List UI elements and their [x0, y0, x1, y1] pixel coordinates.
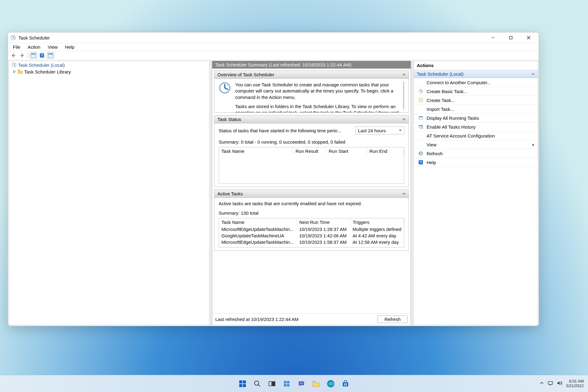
- svg-rect-33: [419, 125, 423, 126]
- svg-text:?: ?: [420, 160, 422, 164]
- svg-line-42: [258, 385, 260, 386]
- taskbar-clock[interactable]: 8:01 AM 3/21/2022: [566, 379, 584, 388]
- show-hide-tree-button[interactable]: [30, 52, 37, 59]
- svg-rect-40: [243, 384, 246, 387]
- back-button[interactable]: [10, 52, 17, 59]
- blank-icon: [418, 133, 424, 138]
- table-row[interactable]: MicrosoftEdgeUpdateTaskMachin...10/19/20…: [219, 226, 404, 232]
- col-triggers[interactable]: Triggers: [350, 218, 404, 226]
- svg-rect-38: [243, 380, 246, 383]
- widgets-icon[interactable]: [281, 379, 292, 389]
- help-button[interactable]: ?: [38, 52, 46, 59]
- table-row[interactable]: MicrosoftEdgeUpdateTaskMachin...10/19/20…: [219, 239, 404, 245]
- refresh-icon: [418, 151, 424, 156]
- summary-footer: Last refreshed at 10/19/2023 1:22:44 AM …: [212, 313, 411, 325]
- menu-file[interactable]: File: [9, 44, 24, 50]
- collapse-icon[interactable]: [532, 71, 535, 77]
- chevron-right-icon: [532, 142, 535, 147]
- col-task-name[interactable]: Task Name: [219, 218, 297, 226]
- svg-rect-47: [284, 384, 286, 386]
- action-create-task[interactable]: Create Task...: [414, 96, 538, 105]
- overview-header[interactable]: Overview of Task Scheduler: [214, 71, 409, 79]
- col-run-start[interactable]: Run Start: [326, 147, 367, 155]
- action-refresh[interactable]: Refresh: [414, 149, 538, 158]
- active-tasks-table[interactable]: Task Name Next Run Time Triggers Microso…: [219, 218, 404, 247]
- action-create-basic-task[interactable]: Create Basic Task...: [414, 87, 538, 96]
- action-label: Refresh: [427, 151, 443, 156]
- menu-help[interactable]: Help: [61, 44, 78, 50]
- summary-heading: Task Scheduler Summary (Last refreshed: …: [212, 61, 411, 69]
- col-run-result[interactable]: Run Result: [293, 147, 326, 155]
- action-label: Enable All Tasks History: [427, 124, 476, 130]
- edge-icon[interactable]: [326, 379, 336, 389]
- action-label: Help: [427, 160, 436, 165]
- col-task-name[interactable]: Task Name: [219, 147, 293, 155]
- collapse-icon[interactable]: [402, 191, 405, 196]
- action-import-task[interactable]: Import Task...: [414, 105, 538, 114]
- taskbar[interactable]: 8:01 AM 3/21/2022: [0, 375, 588, 392]
- file-explorer-icon[interactable]: [311, 379, 321, 389]
- svg-point-50: [300, 383, 301, 383]
- system-tray[interactable]: 8:01 AM 3/21/2022: [540, 375, 584, 392]
- status-range-select[interactable]: Last 24 hours: [355, 126, 404, 134]
- action-connect-to-another-computer[interactable]: Connect to Another Computer...: [414, 78, 538, 87]
- splitter[interactable]: [411, 60, 413, 326]
- navigation-tree[interactable]: Task Scheduler (Local) Task Scheduler Li…: [9, 61, 209, 325]
- titlebar[interactable]: Task Scheduler: [8, 32, 539, 43]
- active-tasks-desc: Active tasks are tasks that are currentl…: [219, 201, 404, 206]
- refresh-button[interactable]: Refresh: [377, 315, 408, 323]
- forward-button[interactable]: [18, 52, 26, 59]
- svg-rect-44: [272, 382, 275, 386]
- store-icon[interactable]: [340, 379, 351, 389]
- tree-library[interactable]: Task Scheduler Library: [10, 68, 209, 75]
- col-run-end[interactable]: Run End: [367, 147, 404, 155]
- svg-rect-46: [287, 381, 289, 383]
- expand-icon[interactable]: [11, 70, 17, 73]
- action-display-all-running-tasks[interactable]: Display All Running Tasks: [414, 114, 538, 123]
- menu-view[interactable]: View: [44, 44, 61, 50]
- svg-rect-10: [31, 54, 36, 55]
- actions-subheading[interactable]: Task Scheduler (Local): [414, 70, 538, 78]
- collapse-icon[interactable]: [402, 117, 405, 122]
- action-at-service-account-configuration[interactable]: AT Service Account Configuration: [414, 131, 538, 140]
- action-enable-all-tasks-history[interactable]: Enable All Tasks History: [414, 123, 538, 131]
- action-label: Create Basic Task...: [427, 89, 467, 94]
- col-next-run-time[interactable]: Next Run Time: [297, 218, 350, 226]
- active-tasks-header[interactable]: Active Tasks: [214, 190, 409, 198]
- menu-action[interactable]: Action: [24, 44, 44, 50]
- window-title: Task Scheduler: [18, 35, 50, 40]
- active-tasks-title: Active Tasks: [217, 191, 243, 196]
- action-help[interactable]: ?Help: [414, 158, 538, 167]
- svg-rect-56: [346, 383, 347, 384]
- maximize-button[interactable]: [502, 33, 520, 42]
- close-button[interactable]: [520, 33, 537, 42]
- show-hide-actions-button[interactable]: [47, 52, 54, 59]
- task-status-header[interactable]: Task Status: [214, 115, 409, 123]
- tree-root[interactable]: Task Scheduler (Local): [10, 62, 209, 68]
- taskbar-time: 8:01 AM: [566, 379, 584, 384]
- menubar: File Action View Help: [8, 43, 539, 51]
- task-status-section: Task Status Status of tasks that have st…: [214, 115, 409, 187]
- svg-rect-4: [510, 36, 512, 39]
- svg-rect-49: [299, 381, 304, 385]
- svg-rect-39: [239, 384, 242, 387]
- task-icon: [418, 97, 424, 103]
- task-view-icon[interactable]: [267, 379, 277, 389]
- blank-icon: [418, 80, 424, 85]
- svg-point-41: [254, 381, 259, 385]
- svg-rect-52: [313, 381, 315, 382]
- network-icon[interactable]: [548, 381, 553, 386]
- svg-point-34: [421, 127, 423, 129]
- svg-rect-58: [346, 385, 347, 386]
- table-row[interactable]: GoogleUpdateTaskMachineUA10/19/2023 1:42…: [219, 232, 404, 239]
- minimize-button[interactable]: [484, 33, 502, 42]
- collapse-icon[interactable]: [402, 72, 405, 77]
- status-table[interactable]: Task Name Run Result Run Start Run End: [219, 147, 404, 184]
- start-button[interactable]: [237, 379, 248, 389]
- chevron-up-icon[interactable]: [540, 381, 544, 386]
- volume-icon[interactable]: [557, 381, 562, 386]
- chat-icon[interactable]: [296, 379, 307, 389]
- search-icon[interactable]: [252, 379, 262, 389]
- action-view[interactable]: View: [414, 140, 538, 149]
- action-label: Create Task...: [427, 98, 455, 103]
